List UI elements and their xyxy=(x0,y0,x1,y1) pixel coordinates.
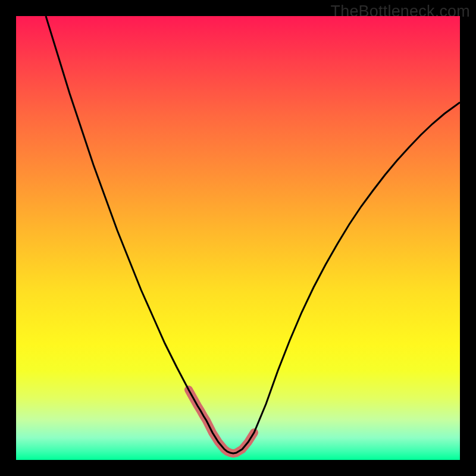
bottleneck-curve xyxy=(46,16,460,453)
chart-svg xyxy=(16,16,460,460)
highlight-curve xyxy=(189,390,254,453)
outer-frame: TheBottleneck.com xyxy=(0,0,476,476)
plot-area xyxy=(16,16,460,460)
